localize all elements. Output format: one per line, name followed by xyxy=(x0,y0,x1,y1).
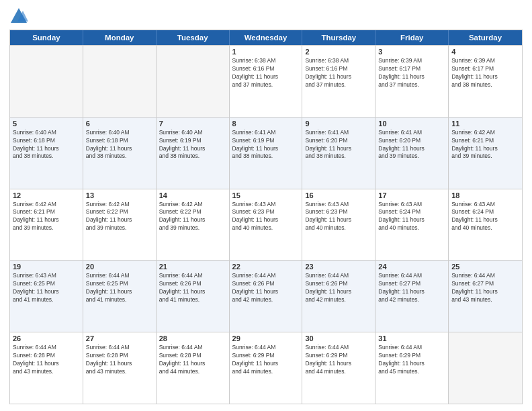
day-number: 12 xyxy=(13,191,80,199)
day-number: 22 xyxy=(232,263,300,271)
day-info: Sunrise: 6:44 AM Sunset: 6:27 PM Dayligh… xyxy=(378,272,445,304)
day-info: Sunrise: 6:44 AM Sunset: 6:29 PM Dayligh… xyxy=(305,344,372,376)
day-number: 3 xyxy=(378,48,445,56)
day-info: Sunrise: 6:44 AM Sunset: 6:26 PM Dayligh… xyxy=(159,272,226,304)
day-info: Sunrise: 6:42 AM Sunset: 6:22 PM Dayligh… xyxy=(86,201,153,233)
week-row-4: 19Sunrise: 6:43 AM Sunset: 6:25 PM Dayli… xyxy=(10,260,522,332)
day-info: Sunrise: 6:41 AM Sunset: 6:20 PM Dayligh… xyxy=(378,129,445,161)
day-info: Sunrise: 6:44 AM Sunset: 6:29 PM Dayligh… xyxy=(232,344,300,376)
day-info: Sunrise: 6:43 AM Sunset: 6:23 PM Dayligh… xyxy=(232,201,300,233)
day-number: 14 xyxy=(159,191,226,199)
day-number: 28 xyxy=(159,334,226,342)
day-info: Sunrise: 6:44 AM Sunset: 6:25 PM Dayligh… xyxy=(86,272,153,304)
day-info: Sunrise: 6:44 AM Sunset: 6:28 PM Dayligh… xyxy=(159,344,226,376)
day-info: Sunrise: 6:41 AM Sunset: 6:20 PM Dayligh… xyxy=(305,129,372,161)
day-info: Sunrise: 6:39 AM Sunset: 6:17 PM Dayligh… xyxy=(451,57,519,89)
day-info: Sunrise: 6:38 AM Sunset: 6:16 PM Dayligh… xyxy=(305,57,372,89)
day-cell-4: 4Sunrise: 6:39 AM Sunset: 6:17 PM Daylig… xyxy=(449,46,522,117)
day-info: Sunrise: 6:43 AM Sunset: 6:24 PM Dayligh… xyxy=(451,201,519,233)
calendar: SundayMondayTuesdayWednesdayThursdayFrid… xyxy=(9,30,523,404)
day-number: 5 xyxy=(13,120,80,128)
day-info: Sunrise: 6:42 AM Sunset: 6:21 PM Dayligh… xyxy=(451,129,519,161)
day-info: Sunrise: 6:41 AM Sunset: 6:19 PM Dayligh… xyxy=(232,129,300,161)
day-cell-22: 22Sunrise: 6:44 AM Sunset: 6:26 PM Dayli… xyxy=(230,261,303,332)
day-number: 26 xyxy=(13,334,80,342)
day-cell-8: 8Sunrise: 6:41 AM Sunset: 6:19 PM Daylig… xyxy=(230,118,303,189)
day-number: 4 xyxy=(451,48,519,56)
day-number: 8 xyxy=(232,120,300,128)
day-cell-9: 9Sunrise: 6:41 AM Sunset: 6:20 PM Daylig… xyxy=(302,118,375,189)
day-cell-3: 3Sunrise: 6:39 AM Sunset: 6:17 PM Daylig… xyxy=(375,46,449,117)
day-number: 13 xyxy=(86,191,153,199)
day-number: 19 xyxy=(13,263,80,271)
col-header-friday: Friday xyxy=(375,30,449,45)
day-info: Sunrise: 6:44 AM Sunset: 6:27 PM Dayligh… xyxy=(451,272,519,304)
day-cell-14: 14Sunrise: 6:42 AM Sunset: 6:22 PM Dayli… xyxy=(157,189,230,261)
day-cell-13: 13Sunrise: 6:42 AM Sunset: 6:22 PM Dayli… xyxy=(83,189,157,261)
day-number: 21 xyxy=(159,263,226,271)
col-header-wednesday: Wednesday xyxy=(230,30,303,45)
day-info: Sunrise: 6:40 AM Sunset: 6:18 PM Dayligh… xyxy=(13,129,80,161)
day-number: 20 xyxy=(86,263,153,271)
day-number: 27 xyxy=(86,334,153,342)
day-cell-24: 24Sunrise: 6:44 AM Sunset: 6:27 PM Dayli… xyxy=(375,261,449,332)
day-info: Sunrise: 6:44 AM Sunset: 6:26 PM Dayligh… xyxy=(305,272,372,304)
day-cell-21: 21Sunrise: 6:44 AM Sunset: 6:26 PM Dayli… xyxy=(157,261,230,332)
day-number: 17 xyxy=(378,191,445,199)
day-number: 7 xyxy=(159,120,226,128)
day-cell-28: 28Sunrise: 6:44 AM Sunset: 6:28 PM Dayli… xyxy=(157,332,230,404)
day-cell-23: 23Sunrise: 6:44 AM Sunset: 6:26 PM Dayli… xyxy=(302,261,375,332)
calendar-header-row: SundayMondayTuesdayWednesdayThursdayFrid… xyxy=(10,30,522,45)
day-cell-5: 5Sunrise: 6:40 AM Sunset: 6:18 PM Daylig… xyxy=(10,118,83,189)
col-header-sunday: Sunday xyxy=(10,30,83,45)
day-cell-27: 27Sunrise: 6:44 AM Sunset: 6:28 PM Dayli… xyxy=(83,332,157,404)
day-cell-31: 31Sunrise: 6:44 AM Sunset: 6:29 PM Dayli… xyxy=(375,332,449,404)
page: SundayMondayTuesdayWednesdayThursdayFrid… xyxy=(0,0,532,411)
calendar-body: 1Sunrise: 6:38 AM Sunset: 6:16 PM Daylig… xyxy=(10,45,522,404)
empty-cell xyxy=(157,46,230,117)
day-info: Sunrise: 6:44 AM Sunset: 6:28 PM Dayligh… xyxy=(13,344,80,376)
day-number: 24 xyxy=(378,263,445,271)
day-cell-29: 29Sunrise: 6:44 AM Sunset: 6:29 PM Dayli… xyxy=(230,332,303,404)
day-cell-26: 26Sunrise: 6:44 AM Sunset: 6:28 PM Dayli… xyxy=(10,332,83,404)
logo xyxy=(9,7,31,26)
day-number: 15 xyxy=(232,191,300,199)
day-number: 30 xyxy=(305,334,372,342)
day-number: 23 xyxy=(305,263,372,271)
day-cell-30: 30Sunrise: 6:44 AM Sunset: 6:29 PM Dayli… xyxy=(302,332,375,404)
day-number: 1 xyxy=(232,48,300,56)
header xyxy=(9,7,523,26)
logo-icon xyxy=(9,7,28,26)
empty-cell xyxy=(83,46,157,117)
day-info: Sunrise: 6:38 AM Sunset: 6:16 PM Dayligh… xyxy=(232,57,300,89)
week-row-1: 1Sunrise: 6:38 AM Sunset: 6:16 PM Daylig… xyxy=(10,45,522,117)
day-cell-17: 17Sunrise: 6:43 AM Sunset: 6:24 PM Dayli… xyxy=(375,189,449,261)
day-number: 16 xyxy=(305,191,372,199)
day-number: 2 xyxy=(305,48,372,56)
empty-cell xyxy=(10,46,83,117)
day-info: Sunrise: 6:40 AM Sunset: 6:19 PM Dayligh… xyxy=(159,129,226,161)
day-number: 9 xyxy=(305,120,372,128)
day-cell-1: 1Sunrise: 6:38 AM Sunset: 6:16 PM Daylig… xyxy=(230,46,303,117)
col-header-thursday: Thursday xyxy=(302,30,375,45)
col-header-saturday: Saturday xyxy=(449,30,522,45)
day-number: 10 xyxy=(378,120,445,128)
day-number: 29 xyxy=(232,334,300,342)
day-cell-10: 10Sunrise: 6:41 AM Sunset: 6:20 PM Dayli… xyxy=(375,118,449,189)
week-row-5: 26Sunrise: 6:44 AM Sunset: 6:28 PM Dayli… xyxy=(10,332,522,404)
day-cell-12: 12Sunrise: 6:42 AM Sunset: 6:21 PM Dayli… xyxy=(10,189,83,261)
day-cell-6: 6Sunrise: 6:40 AM Sunset: 6:18 PM Daylig… xyxy=(83,118,157,189)
day-cell-18: 18Sunrise: 6:43 AM Sunset: 6:24 PM Dayli… xyxy=(449,189,522,261)
empty-cell xyxy=(449,332,522,404)
day-number: 11 xyxy=(451,120,519,128)
day-cell-2: 2Sunrise: 6:38 AM Sunset: 6:16 PM Daylig… xyxy=(302,46,375,117)
day-cell-19: 19Sunrise: 6:43 AM Sunset: 6:25 PM Dayli… xyxy=(10,261,83,332)
week-row-3: 12Sunrise: 6:42 AM Sunset: 6:21 PM Dayli… xyxy=(10,189,522,261)
col-header-tuesday: Tuesday xyxy=(157,30,230,45)
day-number: 6 xyxy=(86,120,153,128)
week-row-2: 5Sunrise: 6:40 AM Sunset: 6:18 PM Daylig… xyxy=(10,117,522,189)
day-info: Sunrise: 6:39 AM Sunset: 6:17 PM Dayligh… xyxy=(378,57,445,89)
day-info: Sunrise: 6:40 AM Sunset: 6:18 PM Dayligh… xyxy=(86,129,153,161)
day-cell-15: 15Sunrise: 6:43 AM Sunset: 6:23 PM Dayli… xyxy=(230,189,303,261)
day-info: Sunrise: 6:43 AM Sunset: 6:25 PM Dayligh… xyxy=(13,272,80,304)
